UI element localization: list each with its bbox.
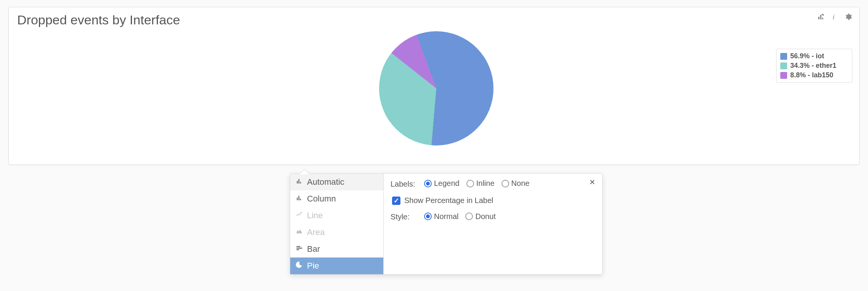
chart-settings-popover: AutomaticColumnLineAreaBarPie Labels: Le… — [290, 173, 603, 275]
chart-type-label: Pie — [307, 261, 319, 271]
chart-type-label: Area — [307, 227, 325, 237]
chart-type-column[interactable]: Column — [290, 190, 383, 207]
style-row: Style: NormalDonut — [391, 212, 595, 222]
style-label: Style: — [391, 213, 417, 221]
chart-panel: Dropped events by Interface i 56.9% - io… — [8, 7, 860, 165]
column-icon — [296, 177, 303, 187]
labels-option-legend[interactable]: Legend — [424, 179, 460, 188]
share-icon[interactable] — [817, 13, 825, 21]
panel-actions: i — [817, 13, 852, 21]
chart-type-label: Column — [307, 194, 336, 204]
legend-swatch — [780, 53, 787, 60]
chart-type-area: Area — [290, 224, 383, 241]
chart-type-pie[interactable]: Pie — [290, 257, 383, 274]
popover-caret — [297, 168, 310, 174]
bar-icon — [296, 244, 303, 254]
labels-option-none[interactable]: None — [502, 179, 530, 188]
style-option-donut[interactable]: Donut — [465, 212, 495, 221]
show-percentage-label: Show Percentage in Label — [404, 196, 493, 205]
legend-label: 56.9% - iot — [790, 52, 824, 60]
chart-legend: 56.9% - iot34.3% - ether18.8% - lab150 — [776, 49, 852, 83]
labels-row: Labels: LegendInlineNone — [391, 179, 595, 189]
style-option-label: Donut — [475, 212, 495, 221]
labels-label: Labels: — [391, 180, 417, 189]
area-icon — [296, 227, 303, 237]
gear-icon[interactable] — [844, 13, 852, 21]
column-icon — [296, 194, 303, 204]
legend-swatch — [780, 72, 787, 79]
chart-type-label: Bar — [307, 244, 320, 254]
style-option-normal[interactable]: Normal — [424, 212, 458, 221]
legend-item[interactable]: 56.9% - iot — [780, 51, 848, 61]
panel-title: Dropped events by Interface — [17, 13, 180, 27]
legend-swatch — [780, 62, 787, 69]
chart-type-list: AutomaticColumnLineAreaBarPie — [290, 174, 384, 274]
labels-option-label: Legend — [434, 179, 460, 188]
svg-text:i: i — [833, 13, 835, 21]
pie-chart — [379, 31, 493, 146]
legend-item[interactable]: 8.8% - lab150 — [780, 70, 848, 80]
chart-type-label: Automatic — [307, 177, 344, 187]
legend-item[interactable]: 34.3% - ether1 — [780, 61, 848, 70]
labels-option-label: None — [511, 179, 530, 188]
style-option-label: Normal — [434, 212, 458, 221]
legend-label: 34.3% - ether1 — [790, 62, 836, 70]
labels-option-inline[interactable]: Inline — [466, 179, 495, 188]
chart-type-bar[interactable]: Bar — [290, 241, 383, 257]
chart-type-line: Line — [290, 207, 383, 224]
legend-label: 8.8% - lab150 — [790, 71, 833, 79]
pie-icon — [296, 261, 303, 271]
show-pct-row: Show Percentage in Label — [391, 195, 595, 206]
show-percentage-checkbox[interactable]: Show Percentage in Label — [391, 195, 493, 206]
chart-type-automatic[interactable]: Automatic — [290, 174, 383, 190]
close-icon[interactable] — [588, 177, 597, 187]
info-icon[interactable]: i — [830, 13, 839, 21]
labels-option-label: Inline — [476, 179, 495, 188]
chart-type-label: Line — [307, 211, 323, 221]
line-icon — [296, 211, 303, 221]
